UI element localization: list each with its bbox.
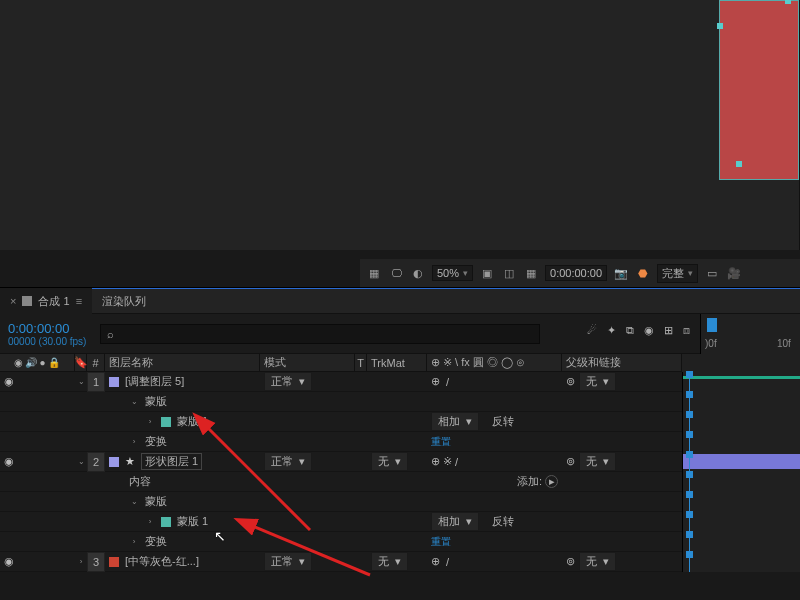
layer-switches[interactable]: ⊕※/ [427, 452, 562, 472]
col-switches[interactable]: ⊕ ※ \ fx 圓 ◎ ◯ ⊙ [427, 354, 562, 372]
vertex-handle[interactable] [736, 161, 742, 167]
layer-name[interactable]: [中等灰色-红...] [125, 554, 199, 569]
invert-checkbox[interactable]: 反转 [492, 514, 514, 529]
color-swatch[interactable] [109, 377, 119, 387]
col-mode[interactable]: 模式 [260, 354, 355, 372]
snap-icon[interactable]: ⧈ [683, 324, 690, 337]
display-icon[interactable]: 🖵 [388, 267, 404, 279]
mask-name[interactable]: 蒙版 1 [177, 414, 208, 429]
mask-color[interactable] [161, 517, 171, 527]
timeline-header: 0:00:00:00 00000 (30.00 fps) ⌕ ☄ ✦ ⧉ ◉ ⊞… [0, 314, 800, 354]
tab-render-queue[interactable]: 渲染队列 [92, 288, 156, 314]
comp-mini-icon[interactable]: ☄ [587, 324, 597, 337]
mask-name[interactable]: 蒙版 1 [177, 514, 208, 529]
search-icon: ⌕ [107, 328, 114, 340]
col-timeline [682, 354, 800, 372]
mask-item[interactable]: ›蒙版 1 相加▾反转 [0, 512, 800, 532]
vertex-handle[interactable] [717, 23, 723, 29]
close-icon[interactable]: × [10, 295, 16, 307]
transform-group[interactable]: ›变换 重置 [0, 532, 800, 552]
time-ruler[interactable]: )0f 10f [700, 314, 800, 354]
tab-label: 渲染队列 [102, 294, 146, 309]
parent-dropdown[interactable]: 无▾ [579, 372, 616, 391]
shy-icon[interactable]: ✦ [607, 324, 616, 337]
add-button[interactable]: ▸ [545, 475, 558, 488]
zoom-dropdown[interactable]: 50%▾ [432, 265, 473, 281]
mask-mode-dropdown[interactable]: 相加▾ [431, 412, 479, 431]
view-icon[interactable]: ▭ [704, 267, 720, 280]
col-index[interactable]: # [87, 354, 105, 372]
preview-timecode[interactable]: 0:00:00:00 [545, 265, 607, 281]
layer-name[interactable]: 形状图层 1 [141, 453, 202, 470]
transparency-icon[interactable]: ▦ [523, 267, 539, 280]
reset-link[interactable]: 重置 [431, 535, 451, 549]
mask-item[interactable]: ›蒙版 1 相加▾反转 [0, 412, 800, 432]
trkmat-dropdown[interactable]: 无▾ [371, 552, 408, 571]
trkmat-dropdown[interactable]: 无▾ [371, 452, 408, 471]
frame-blend-icon[interactable]: ⧉ [626, 324, 634, 337]
blend-mode-dropdown[interactable]: 正常▾ [264, 452, 312, 471]
layer-switches[interactable]: ⊕/ [427, 372, 562, 392]
current-time[interactable]: 0:00:00:00 00000 (30.00 fps) [8, 321, 86, 347]
color-swatch[interactable] [109, 557, 119, 567]
color-swatch[interactable] [109, 457, 119, 467]
layer-switches[interactable]: ⊕/ [427, 552, 562, 572]
twirl-icon[interactable]: ⌄ [78, 377, 85, 386]
twirl-icon[interactable]: ⌄ [78, 457, 85, 466]
layer-row[interactable]: ◉ ⌄ 2 ★形状图层 1 正常▾ 无▾ ⊕※/ ⊚无▾ [0, 452, 800, 472]
composition-viewport: ▦ 🖵 ◐ 50%▾ ▣ ◫ ▦ 0:00:00:00 📷 ⬣ 完整▾ ▭ 🎥 [0, 0, 800, 288]
blend-mode-dropdown[interactable]: 正常▾ [264, 552, 312, 571]
pickwhip-icon[interactable]: ⊚ [566, 555, 575, 568]
layer-name[interactable]: [调整图层 5] [125, 374, 184, 389]
ruler-tick: )0f [705, 338, 717, 349]
motion-blur-icon[interactable]: ◉ [644, 324, 654, 337]
resolution-dropdown[interactable]: 完整▾ [657, 264, 698, 283]
channel-icon[interactable]: ⬣ [635, 267, 651, 280]
visibility-toggle[interactable]: ◉ [4, 375, 14, 388]
col-parent[interactable]: 父级和链接 [562, 354, 682, 372]
shape-layer-preview[interactable] [719, 0, 799, 180]
preview-toolbar: ▦ 🖵 ◐ 50%▾ ▣ ◫ ▦ 0:00:00:00 📷 ⬣ 完整▾ ▭ 🎥 [360, 259, 800, 287]
layer-rows: ◉ ⌄ 1 [调整图层 5] 正常▾ ⊕/ ⊚无▾ ⌄蒙版 ›蒙版 1 相加▾反… [0, 372, 800, 572]
visibility-toggle[interactable]: ◉ [4, 555, 14, 568]
panel-tabs: × 合成 1 ≡ 渲染队列 [0, 288, 800, 314]
layer-row[interactable]: ◉ ⌄ 1 [调整图层 5] 正常▾ ⊕/ ⊚无▾ [0, 372, 800, 392]
masks-group[interactable]: ⌄蒙版 [0, 492, 800, 512]
layer-row[interactable]: ◉ › 3 [中等灰色-红...] 正常▾ 无▾ ⊕/ ⊚无▾ [0, 552, 800, 572]
col-av-toggles[interactable]: ◉🔊●🔒 [0, 354, 75, 372]
vertex-handle[interactable] [785, 0, 791, 4]
mask-mode-dropdown[interactable]: 相加▾ [431, 512, 479, 531]
camera-icon[interactable]: 🎥 [726, 267, 742, 280]
layer-index: 2 [87, 452, 105, 472]
pickwhip-icon[interactable]: ⊚ [566, 455, 575, 468]
invert-checkbox[interactable]: 反转 [492, 414, 514, 429]
col-t[interactable]: T [355, 354, 367, 372]
twirl-icon[interactable]: › [79, 557, 83, 566]
reset-link[interactable]: 重置 [431, 435, 451, 449]
viewport-inner[interactable] [0, 0, 800, 250]
snapshot-icon[interactable]: 📷 [613, 267, 629, 280]
tab-menu-icon[interactable]: ≡ [76, 295, 82, 307]
mask-color[interactable] [161, 417, 171, 427]
layer-bar[interactable] [683, 376, 800, 379]
masks-group[interactable]: ⌄蒙版 [0, 392, 800, 412]
graph-icon[interactable]: ⊞ [664, 324, 673, 337]
col-trkmat[interactable]: TrkMat [367, 354, 427, 372]
res-icon[interactable]: ▣ [479, 267, 495, 280]
grid-icon[interactable]: ▦ [366, 267, 382, 280]
col-label[interactable]: 🔖 [75, 354, 87, 372]
roi-icon[interactable]: ◫ [501, 267, 517, 280]
transform-group[interactable]: ›变换 重置 [0, 432, 800, 452]
mask-icon[interactable]: ◐ [410, 267, 426, 280]
playhead[interactable] [707, 318, 717, 332]
col-name[interactable]: 图层名称 [105, 354, 260, 372]
tab-composition[interactable]: × 合成 1 ≡ [0, 288, 92, 314]
visibility-toggle[interactable]: ◉ [4, 455, 14, 468]
layer-bar[interactable] [683, 454, 800, 469]
parent-dropdown[interactable]: 无▾ [579, 452, 616, 471]
contents-group[interactable]: 内容 添加:▸ [0, 472, 800, 492]
parent-dropdown[interactable]: 无▾ [579, 552, 616, 571]
pickwhip-icon[interactable]: ⊚ [566, 375, 575, 388]
search-input[interactable]: ⌕ [100, 324, 540, 344]
blend-mode-dropdown[interactable]: 正常▾ [264, 372, 312, 391]
